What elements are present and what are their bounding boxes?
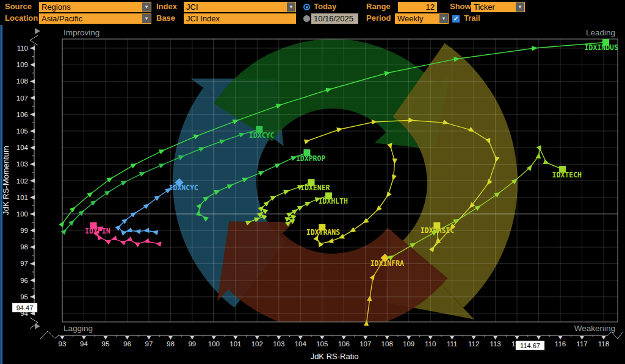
svg-text:94: 94 bbox=[80, 340, 88, 348]
range-input[interactable]: 12 bbox=[398, 2, 437, 12]
range-label: Range bbox=[366, 2, 391, 11]
trail-checkbox[interactable]: ✓ bbox=[452, 15, 460, 23]
svg-text:113: 113 bbox=[490, 340, 500, 348]
chevron-down-icon[interactable]: ▼ bbox=[287, 2, 295, 12]
trail-arrowhead bbox=[283, 188, 291, 194]
svg-text:105: 105 bbox=[16, 127, 28, 135]
svg-text:99: 99 bbox=[20, 227, 28, 234]
svg-text:108: 108 bbox=[16, 77, 28, 85]
show-dropdown[interactable]: Ticker ▼ bbox=[471, 2, 525, 12]
svg-text:111: 111 bbox=[447, 340, 457, 348]
rrg-chart-area[interactable]: ImprovingLeadingLaggingWeakening94959697… bbox=[0, 25, 625, 364]
trail-arrowhead bbox=[258, 169, 266, 176]
x-cursor-value: 114.67 bbox=[520, 342, 540, 349]
svg-text:103: 103 bbox=[16, 160, 28, 168]
label-IDXTECH: IDXTECH bbox=[552, 171, 582, 179]
quadrant-label-lagging: Lagging bbox=[63, 324, 93, 333]
x-axis-break-left bbox=[40, 331, 59, 339]
svg-text:95: 95 bbox=[20, 293, 28, 301]
period-dropdown-value: Weekly bbox=[397, 14, 423, 23]
scroll-right-icon[interactable] bbox=[35, 28, 40, 34]
label-IDXCYC: IDXCYC bbox=[249, 131, 275, 140]
svg-text:112: 112 bbox=[468, 340, 479, 348]
svg-text:97: 97 bbox=[145, 340, 153, 348]
svg-text:96: 96 bbox=[123, 340, 131, 348]
plot-background bbox=[62, 39, 618, 332]
x-axis-break-right bbox=[608, 332, 623, 339]
svg-text:95: 95 bbox=[102, 340, 110, 348]
svg-text:106: 106 bbox=[338, 340, 350, 348]
x-axis-title: JdK RS-Ratio bbox=[311, 352, 359, 361]
chevron-down-icon[interactable]: ▼ bbox=[516, 2, 524, 12]
trail-arrowhead bbox=[384, 191, 391, 199]
svg-text:107: 107 bbox=[359, 340, 371, 348]
trail-arrowhead bbox=[390, 174, 397, 182]
svg-text:101: 101 bbox=[229, 340, 241, 348]
trail-arrowhead bbox=[131, 161, 138, 168]
date-input[interactable]: 10/16/2025 bbox=[311, 13, 358, 24]
trail-arrowhead bbox=[327, 238, 334, 244]
trail-arrowhead bbox=[275, 162, 282, 169]
trail-arrowhead bbox=[536, 145, 544, 152]
quadrant-label-weakening: Weakening bbox=[574, 324, 615, 333]
label-IDXPROP: IDXPROP bbox=[296, 154, 326, 163]
trail-arrowhead bbox=[392, 159, 397, 165]
index-dropdown[interactable]: JCI ▼ bbox=[184, 2, 296, 12]
svg-text:105: 105 bbox=[316, 340, 328, 348]
label-IDXENER: IDXENER bbox=[300, 184, 330, 192]
location-dropdown[interactable]: Asia/Pacific ▼ bbox=[39, 13, 151, 24]
y-cursor-value: 94.47 bbox=[16, 304, 34, 312]
index-dropdown-value: JCI bbox=[186, 2, 198, 12]
base-input[interactable]: JCI Index bbox=[184, 13, 296, 24]
trail-arrowhead bbox=[143, 202, 151, 209]
trail-arrowhead bbox=[104, 238, 111, 245]
trail-arrowhead bbox=[134, 229, 140, 234]
label-IDXTRANS: IDXTRANS bbox=[306, 228, 340, 237]
date-radio[interactable] bbox=[303, 15, 310, 22]
trail-arrowhead bbox=[110, 235, 118, 242]
svg-text:108: 108 bbox=[381, 340, 393, 348]
svg-text:96: 96 bbox=[20, 277, 28, 284]
period-label: Period bbox=[366, 13, 391, 23]
svg-text:116: 116 bbox=[555, 340, 566, 348]
today-label: Today bbox=[314, 2, 336, 11]
svg-text:93: 93 bbox=[59, 340, 67, 348]
chevron-down-icon[interactable]: ▼ bbox=[142, 2, 151, 12]
trail-arrowhead bbox=[305, 199, 312, 206]
svg-text:104: 104 bbox=[16, 144, 29, 151]
chevron-down-icon[interactable]: ▼ bbox=[439, 14, 448, 23]
trail-arrowhead bbox=[336, 126, 343, 132]
svg-text:110: 110 bbox=[425, 340, 436, 348]
trail-arrowhead bbox=[106, 175, 114, 182]
trail-label: Trail bbox=[464, 13, 480, 23]
source-dropdown[interactable]: Regions ▼ bbox=[39, 2, 151, 12]
show-dropdown-value: Ticker bbox=[474, 2, 495, 12]
label-IDXFIN: IDXFIN bbox=[85, 227, 110, 235]
svg-text:99: 99 bbox=[188, 340, 196, 348]
svg-text:101: 101 bbox=[16, 194, 28, 201]
trail-arrowhead bbox=[151, 229, 158, 235]
trail-arrowhead bbox=[543, 159, 551, 166]
quadrant-label-improving: Improving bbox=[63, 28, 99, 37]
window-left-edge bbox=[0, 25, 2, 364]
toolbar: Source Regions ▼ Index JCI ▼ Today Range… bbox=[0, 0, 625, 25]
svg-text:109: 109 bbox=[16, 61, 28, 68]
label-IDXINFRA: IDXINFRA bbox=[370, 259, 404, 268]
today-radio[interactable] bbox=[303, 4, 310, 10]
trail-arrowhead bbox=[532, 45, 538, 51]
trail-arrowhead bbox=[133, 240, 140, 248]
trail-arrowhead bbox=[159, 148, 166, 154]
chevron-down-icon[interactable]: ▼ bbox=[142, 14, 151, 23]
trail-arrowhead bbox=[297, 204, 305, 211]
rrg-chart-svg[interactable]: ImprovingLeadingLaggingWeakening94959697… bbox=[0, 25, 625, 364]
svg-text:106: 106 bbox=[16, 111, 28, 118]
period-dropdown[interactable]: Weekly ▼ bbox=[395, 13, 449, 24]
source-label: Source bbox=[5, 2, 32, 11]
svg-text:102: 102 bbox=[251, 340, 263, 348]
svg-text:100: 100 bbox=[208, 340, 220, 348]
svg-text:118: 118 bbox=[598, 340, 609, 348]
svg-text:102: 102 bbox=[16, 177, 28, 185]
trail-arrowhead bbox=[119, 238, 126, 245]
svg-text:98: 98 bbox=[167, 340, 175, 348]
svg-text:97: 97 bbox=[20, 260, 28, 267]
